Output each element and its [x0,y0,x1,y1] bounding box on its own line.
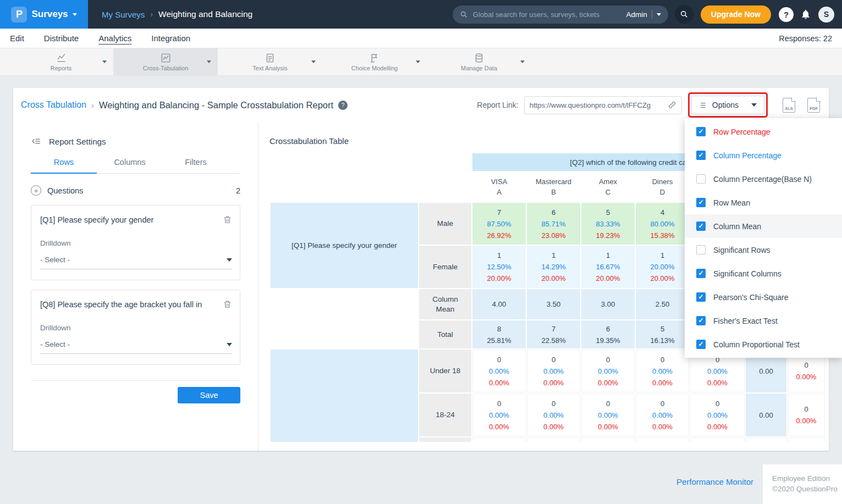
collapse-panel-icon[interactable] [31,136,42,146]
tool-manage-data[interactable]: Manage Data [427,48,531,75]
report-header: Cross Tabulation › Weighting and Balanci… [13,88,829,122]
tool-text-analysis[interactable]: Text Analysis [218,48,322,75]
nav-integration[interactable]: Integration [151,34,190,43]
chevron-down-icon[interactable] [207,60,211,63]
data-cell: 619.35% [581,320,635,348]
report-link-url: https://www.questionpro.com/t/lFFCZg [530,101,663,109]
link-icon[interactable] [668,101,676,109]
questions-label: Questions [47,186,83,195]
tool-label: Manage Data [461,65,497,71]
tab-rows[interactable]: Rows [31,158,97,174]
option-significant-columns[interactable]: Significant Columns [685,262,842,285]
save-button[interactable]: Save [178,387,240,403]
chevron-down-icon[interactable] [416,60,420,63]
option-fisher-s-exact-test[interactable]: Fisher's Exact Test [685,309,842,333]
option-column-mean[interactable]: Column Mean [685,214,842,238]
breadcrumb-current: Weighting and Balancing [158,9,252,19]
question-card-q8: [Q8] Please specify the age bracket you … [31,290,240,365]
global-search[interactable]: Admin [453,5,668,24]
report-link-input[interactable]: https://www.questionpro.com/t/lFFCZg [524,96,682,114]
option-label: Column Percentage [713,151,782,160]
checkbox-checked-icon[interactable] [696,292,706,302]
data-cell: 2.50 [636,289,689,319]
column-header: MastercardB [527,172,580,202]
search-scope-value: Admin [626,10,647,19]
drilldown-select[interactable]: - Select - [40,256,232,269]
checkbox-checked-icon[interactable] [696,198,706,207]
checkbox-checked-icon[interactable] [696,127,706,136]
data-cell: 516.13% [636,320,689,348]
trash-icon[interactable] [223,300,232,309]
option-column-proportional-test[interactable]: Column Proportional Test [685,333,842,356]
pdf-icon: PDF [808,106,819,111]
tool-cross-tabulation[interactable]: Cross-Tabulation [113,48,218,75]
option-column-percentage-base-n-[interactable]: Column Percentage(Base N) [685,167,842,191]
question-title: [Q1] Please specify your gender [40,215,218,225]
column-header: DinersD [636,172,689,202]
nav-distribute[interactable]: Distribute [44,34,79,43]
help-button[interactable]: ? [779,7,794,22]
add-question-button[interactable]: + [31,185,41,196]
option-row-mean[interactable]: Row Mean [685,191,842,214]
checkbox-checked-icon[interactable] [696,269,706,278]
option-row-percentage[interactable]: Row Percentage [685,120,842,143]
performance-monitor-link[interactable]: Performance Monitor [676,477,753,486]
option-pearson-s-chi-square[interactable]: Pearson's Chi-Square [685,285,842,309]
tool-label: Reports [51,65,72,71]
export-pdf-button[interactable]: PDF [807,98,820,113]
row-label: Column Mean [419,289,471,319]
data-cell: 00.00%0.00% [581,394,635,436]
trash-icon[interactable] [223,215,232,224]
chevron-down-icon[interactable] [311,60,316,63]
top-bar: P Surveys My Surveys › Weighting and Bal… [0,0,842,29]
option-significant-rows[interactable]: Significant Rows [685,238,842,262]
data-cell: 120.00%20.00% [636,246,689,288]
checkbox-checked-icon[interactable] [696,340,706,349]
checkbox-checked-icon[interactable] [696,221,706,231]
nav-analytics[interactable]: Analytics [98,34,131,43]
upgrade-now-button[interactable]: Upgrade Now [701,5,771,24]
product-switcher[interactable]: P Surveys [0,0,88,29]
notifications-button[interactable] [800,9,811,20]
breadcrumb-cross-tabulation[interactable]: Cross Tabulation [21,100,86,110]
tab-filters[interactable]: Filters [163,158,229,173]
tab-columns[interactable]: Columns [97,158,163,173]
choice-modelling-icon [369,53,380,63]
chevron-down-icon[interactable] [520,60,525,63]
question-card-q1: [Q1] Please specify your gender Drilldow… [31,205,240,280]
page-title: Weighting and Balancing - Sample Crossta… [99,100,333,110]
avatar[interactable]: S [818,7,834,23]
checkbox-checked-icon[interactable] [696,316,706,325]
search-button[interactable] [675,5,694,24]
drilldown-select[interactable]: - Select - [40,340,232,354]
breadcrumb-my-surveys[interactable]: My Surveys [102,10,145,19]
analytics-toolbar: Reports Cross-Tabulation Text Analysis C… [0,48,842,76]
help-icon[interactable]: ? [338,101,348,110]
checkbox-checked-icon[interactable] [696,151,706,160]
chevron-down-icon [73,13,77,16]
checkbox-unchecked-icon[interactable] [696,245,706,254]
data-cell: 00.00%0.00% [636,350,689,392]
data-cell: 4.00 [472,289,526,319]
copyright-line: ©2020 QuestionPro [772,484,838,494]
drilldown-label: Drilldown [40,239,232,247]
options-button[interactable]: Options [691,96,764,114]
settings-title: Report Settings [49,137,106,146]
chevron-down-icon [227,343,232,346]
row-label [419,437,471,442]
nav-edit[interactable]: Edit [10,34,24,43]
global-search-input[interactable] [473,10,621,19]
report-settings-panel: Report Settings Rows Columns Filters + Q… [13,122,258,451]
chevron-down-icon[interactable] [102,60,107,63]
option-column-percentage[interactable]: Column Percentage [685,143,842,167]
checkbox-unchecked-icon[interactable] [696,174,706,184]
report-link-label: Report Link: [477,101,518,109]
question-title: [Q8] Please specify the age bracket you … [40,300,218,310]
data-cell [472,437,526,442]
chevron-down-icon [751,103,757,107]
export-xls-button[interactable]: XLS [783,98,795,113]
tool-reports[interactable]: Reports [9,48,113,75]
product-name: Surveys [31,9,68,20]
search-scope-dropdown[interactable]: Admin [626,10,661,19]
tool-choice-modelling[interactable]: Choice Modelling [322,48,427,75]
